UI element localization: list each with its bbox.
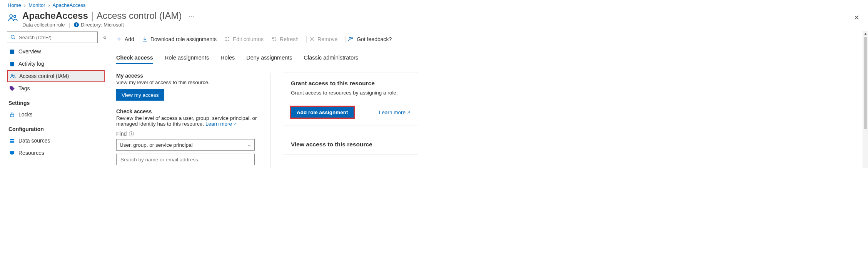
check-access-heading: Check access [116,108,262,114]
refresh-label: Refresh [280,36,299,42]
refresh-button: Refresh [271,36,299,42]
svg-rect-11 [10,151,14,154]
find-type-select[interactable]: User, group, or service principal ⌄ [116,139,255,151]
grant-access-card: Grant access to this resource Grant acce… [283,73,418,126]
grant-card-title: Grant access to this resource [291,80,410,87]
title-divider: | [91,10,93,21]
svg-point-7 [13,75,15,76]
add-label: Add [125,36,134,42]
breadcrumb-home[interactable]: Home [8,2,21,8]
page-title: Access control (IAM) [97,10,182,21]
feedback-button[interactable]: Got feedback? [348,36,392,42]
find-search-field[interactable] [116,154,255,165]
sidebar-item-label: Resources [18,150,44,156]
page-header: ApacheAccess | Access control (IAM) ⋯ Da… [0,10,868,31]
tab-classic-admins[interactable]: Classic administrators [304,55,359,64]
sidebar-item-label: Locks [18,111,33,118]
plus-icon [116,36,122,42]
find-search-input[interactable] [120,156,251,163]
remove-label: Remove [317,36,337,42]
download-label: Download role assignments [150,36,217,42]
info-icon[interactable]: i [129,131,134,136]
sidebar-item-label: Activity log [18,61,44,67]
remove-button: Remove [309,36,337,42]
svg-rect-9 [10,139,14,140]
sidebar-item-tags[interactable]: Tags [7,82,106,95]
sidebar-section-settings: Settings [8,100,106,106]
add-button[interactable]: Add [116,36,134,42]
svg-point-25 [349,37,351,39]
scroll-thumb[interactable] [864,37,867,129]
svg-point-0 [10,15,12,17]
close-icon[interactable]: ✕ [854,13,860,22]
tab-deny-assignments[interactable]: Deny assignments [246,55,292,64]
directory-label: Directory: Microsoft [81,22,124,28]
svg-line-3 [14,38,15,39]
sidebar-item-locks[interactable]: Locks [7,108,106,121]
edit-columns-button: Edit columns [224,36,264,42]
find-type-value: User, group, or service principal [120,142,193,148]
add-role-assignment-button[interactable]: Add role assignment [291,106,354,118]
breadcrumb-current[interactable]: ApacheAccess [53,2,86,8]
learn-more-label: Learn more [205,121,232,127]
tabs: Check access Role assignments Roles Deny… [116,55,868,64]
view-card-title: View access to this resource [291,141,410,148]
svg-rect-12 [11,154,13,155]
sidebar-search-input[interactable] [18,34,94,41]
svg-point-1 [14,15,16,17]
find-label: Find [116,131,127,137]
sidebar-item-label: Access control (IAM) [19,73,69,79]
sidebar-item-activity-log[interactable]: Activity log [7,58,106,70]
svg-point-2 [11,35,14,38]
people-icon [8,13,18,23]
edit-columns-label: Edit columns [233,36,264,42]
toolbar-divider [306,36,307,43]
view-access-card: View access to this resource [283,134,418,154]
learn-more-link[interactable]: Learn more ↗ [205,121,237,127]
svg-rect-10 [10,141,14,143]
tab-check-access[interactable]: Check access [116,55,153,64]
check-access-desc: Review the level of access a user, group… [116,115,262,127]
download-button[interactable]: Download role assignments [142,36,217,42]
collapse-icon[interactable]: « [103,34,106,40]
tab-roles[interactable]: Roles [220,55,235,64]
my-access-desc: View my level of access to this resource… [116,80,262,85]
svg-rect-5 [10,61,14,66]
svg-rect-8 [10,114,14,116]
left-column: My access View my level of access to thi… [116,73,270,168]
people-icon [9,73,16,79]
sidebar-search[interactable] [7,32,98,43]
resource-name: ApacheAccess [22,10,88,21]
breadcrumb-monitor[interactable]: Monitor [28,2,45,8]
toolbar: Add Download role assignments Edit colum… [116,32,868,46]
sidebar-item-access-control[interactable]: Access control (IAM) [7,70,105,82]
overview-icon [8,49,15,55]
grant-card-desc: Grant access to resources by assigning a… [291,90,410,96]
info-icon: i [74,22,79,27]
log-icon [8,61,15,67]
sidebar-section-configuration: Configuration [8,126,106,132]
right-column: Grant access to this resource Grant acce… [270,73,418,168]
tab-role-assignments[interactable]: Role assignments [165,55,209,64]
external-link-icon: ↗ [234,122,237,126]
toolbar-divider [345,36,346,43]
lock-icon [8,112,15,118]
sidebar-item-resources[interactable]: Resources [7,147,106,159]
external-link-icon: ↗ [407,110,410,114]
sidebar-item-label: Data sources [18,138,50,144]
feedback-icon [348,36,354,42]
monitor-icon [8,150,15,156]
my-access-heading: My access [116,73,262,79]
svg-point-6 [11,75,13,76]
search-icon [10,35,16,40]
sidebar-item-data-sources[interactable]: Data sources [7,134,106,147]
view-my-access-button[interactable]: View my access [116,89,164,101]
sidebar-item-overview[interactable]: Overview [7,45,106,58]
sidebar-item-label: Overview [18,48,41,55]
download-icon [142,36,148,42]
more-icon[interactable]: ⋯ [189,12,195,20]
grant-learn-more-link[interactable]: Learn more ↗ [379,109,410,115]
vertical-scrollbar[interactable]: ▲ [863,31,868,168]
columns-icon [224,36,230,42]
scroll-up-icon[interactable]: ▲ [863,31,868,37]
